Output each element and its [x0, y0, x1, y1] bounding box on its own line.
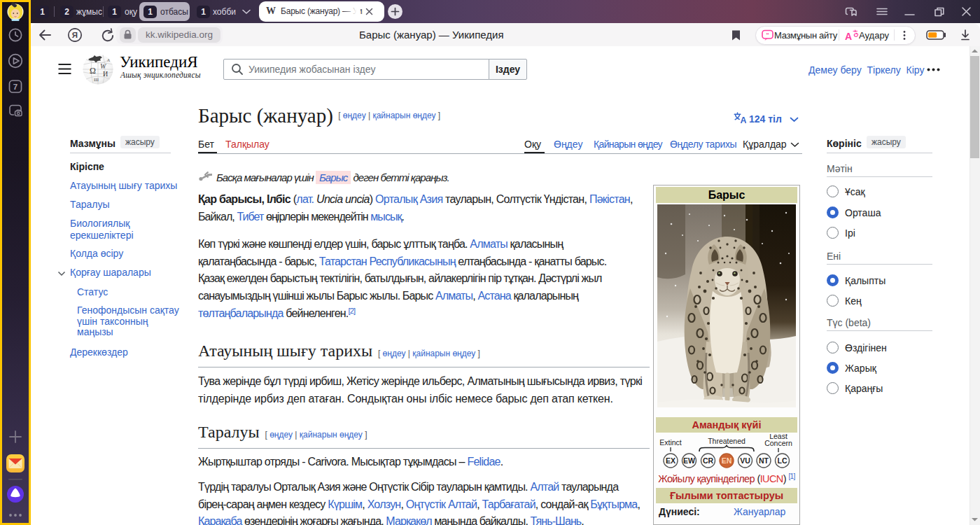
svg-text:Я: Я	[72, 31, 78, 39]
svg-text:NT: NT	[759, 456, 769, 465]
svg-text:VU: VU	[740, 456, 750, 465]
svg-text:A: A	[741, 115, 746, 124]
svg-text:EW: EW	[683, 456, 695, 465]
svg-text:И: И	[103, 70, 108, 78]
svg-text:7: 7	[13, 83, 18, 91]
svg-text:LC: LC	[778, 456, 788, 465]
svg-text:EX: EX	[666, 456, 676, 465]
svg-text:“: “	[766, 31, 769, 38]
svg-text:Concern: Concern	[764, 439, 792, 447]
svg-text:Threatened: Threatened	[708, 437, 746, 445]
svg-text:ш: ш	[94, 76, 99, 83]
svg-text:А: А	[845, 31, 852, 42]
svg-text:ʌ: ʌ	[107, 57, 110, 63]
svg-text:Extinct: Extinct	[659, 438, 682, 447]
svg-text:CR: CR	[703, 456, 714, 465]
svg-text:EN: EN	[722, 456, 732, 465]
svg-text:Ω: Ω	[90, 66, 96, 76]
